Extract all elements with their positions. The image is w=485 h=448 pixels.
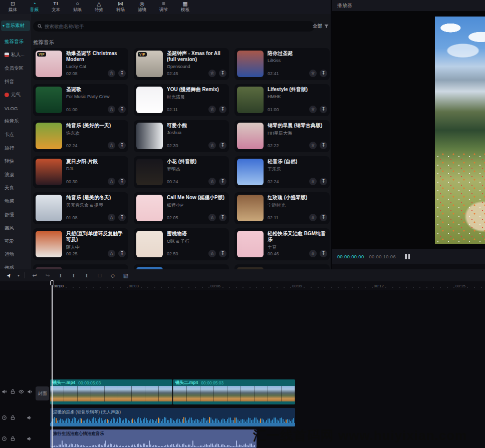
sidebar-category[interactable]: 国风 — [0, 221, 31, 235]
favorite-button[interactable]: ☆ — [208, 106, 216, 113]
music-audio-clip[interactable]: 温暖的温柔 (轻音乐钢琴) (无人声版) — [50, 408, 295, 426]
sidebar-category[interactable]: 纯音乐 — [0, 115, 31, 129]
audio-track-icon[interactable] — [1, 435, 7, 441]
sidebar-item-music-material[interactable]: ▾ 音乐素材 — [1, 21, 30, 31]
sidebar-category[interactable]: 舒缓 — [0, 208, 31, 222]
pause-button[interactable] — [405, 254, 410, 259]
favorite-button[interactable]: ☆ — [108, 250, 115, 257]
split-icon[interactable]: I — [54, 272, 67, 278]
toolbar-tab-audio[interactable]: ◔ 音频 — [24, 0, 45, 14]
freeze-frame-icon[interactable]: □ — [93, 272, 106, 278]
lock-icon[interactable] — [10, 388, 16, 394]
favorite-button[interactable]: ☆ — [208, 70, 216, 77]
favorite-button[interactable]: ☆ — [108, 178, 115, 185]
download-button[interactable]: ↧ — [219, 106, 226, 113]
favorite-button[interactable]: ☆ — [108, 70, 115, 77]
sidebar-category[interactable]: 动感 — [0, 195, 31, 208]
favorite-button[interactable]: ☆ — [208, 142, 216, 149]
speaker-icon[interactable] — [26, 435, 32, 441]
music-card[interactable]: VIP YOU (慢摇舞曲 Remix) 时光清晨 02:11 ☆ ↧ — [134, 84, 229, 116]
favorite-button[interactable]: ☆ — [208, 178, 216, 185]
voiceover-audio-clip[interactable]: 旅行生活治愈心情治愈音乐 — [50, 429, 257, 448]
sidebar-category[interactable]: 运动 — [0, 248, 31, 262]
sidebar-category[interactable]: 美食 — [0, 182, 31, 195]
dropdown-caret-icon[interactable]: ▾ — [16, 273, 22, 278]
music-card[interactable]: VIP 钢琴的早晨 (钢琴古典版) HH星辰大海 02:22 ☆ ↧ — [234, 120, 330, 152]
sidebar-category[interactable]: 可爱 — [0, 235, 31, 248]
toolbar-tab-transition[interactable]: ⋈ 转场 — [110, 0, 131, 14]
favorite-button[interactable]: ☆ — [108, 214, 115, 221]
mosaic-icon[interactable]: ▧ — [119, 272, 132, 279]
sidebar-category[interactable]: 推荐音乐 — [0, 35, 31, 49]
sidebar-category[interactable]: 浪漫 — [0, 168, 31, 182]
music-card[interactable]: VIP 红玫瑰 (小提琴版) 宁静时光 02:11 ☆ ↧ — [234, 192, 330, 224]
music-card[interactable]: VIP 陪你过圣诞 LilKiss 02:41 ☆ ↧ — [234, 48, 330, 80]
music-card[interactable]: VIP ☆ ↧ — [134, 264, 229, 269]
favorite-button[interactable]: ☆ — [309, 214, 317, 221]
sidebar-category[interactable]: 抖音 — [0, 75, 31, 89]
toolbar-tab-sticker[interactable]: ○ 贴纸 — [67, 0, 88, 14]
music-card[interactable]: VIP 圣诞歌 For Music Party Crew 01:00 ☆ ↧ — [33, 84, 128, 116]
download-button[interactable]: ↧ — [118, 70, 126, 77]
delete-right-icon[interactable]: I — [80, 272, 93, 278]
sidebar-category[interactable]: 轻快 — [0, 155, 31, 168]
download-button[interactable]: ↧ — [219, 178, 226, 185]
favorite-button[interactable]: ☆ — [309, 142, 317, 149]
download-button[interactable]: ↧ — [118, 106, 126, 113]
download-button[interactable]: ↧ — [118, 214, 126, 221]
delete-left-icon[interactable]: I — [67, 272, 80, 278]
download-button[interactable]: ↧ — [320, 70, 327, 77]
lock-icon[interactable] — [10, 414, 16, 420]
download-button[interactable]: ↧ — [219, 214, 226, 221]
mute-icon[interactable] — [1, 388, 7, 394]
video-preview-area[interactable] — [332, 11, 485, 249]
sidebar-category[interactable]: 卡点 — [0, 128, 31, 142]
favorite-button[interactable]: ☆ — [108, 142, 115, 149]
timeline-ruler[interactable]: 00:0000:0300:0600:0900:1200:15 — [0, 281, 485, 290]
music-card[interactable]: VIP 只想(直到单循环反复触手可及) 陌人中 00:25 ☆ ↧ — [33, 228, 128, 260]
lock-icon[interactable] — [10, 435, 16, 441]
search-input[interactable] — [45, 24, 285, 29]
music-card[interactable]: VIP 圣诞钟声 - Xmas for All (full version) O… — [134, 48, 229, 80]
redo-icon[interactable]: ↪ — [41, 272, 54, 279]
music-card[interactable]: VIP 纯音乐 (最美的冬天) 贝壳音乐盒 & 提琴 01:08 ☆ ↧ — [33, 192, 128, 224]
sidebar-category[interactable]: 会员专区 — [0, 62, 31, 75]
favorite-button[interactable]: ☆ — [309, 106, 317, 113]
favorite-button[interactable]: ☆ — [108, 106, 115, 113]
download-button[interactable]: ↧ — [118, 250, 126, 257]
favorite-button[interactable]: ☆ — [309, 70, 317, 77]
music-card[interactable]: VIP 纯音乐 (美好的一天) 许东欢 02:24 ☆ ↧ — [33, 120, 128, 152]
cover-button[interactable]: 封面 — [36, 386, 49, 400]
sidebar-category[interactable]: 旅行 — [0, 142, 31, 155]
toolbar-tab-effects[interactable]: △ 特效 — [88, 0, 110, 14]
sidebar-category[interactable]: 伤感 — [0, 261, 31, 269]
music-card[interactable]: VIP 蜜桃物语 O咪 & 子行 02:50 ☆ ↧ — [134, 228, 229, 260]
video-clip-2[interactable]: 镜头二.mp4 00:00:05:03 — [173, 379, 295, 404]
download-button[interactable]: ↧ — [320, 106, 327, 113]
select-tool-icon[interactable]: ➤ — [3, 268, 16, 283]
music-card[interactable]: VIP 劲爆圣诞节 Christmas Modern Lucky Cat 02:… — [33, 48, 128, 80]
toolbar-tab-media[interactable]: ⊡ 媒体 — [2, 0, 24, 14]
download-button[interactable]: ↧ — [320, 214, 327, 221]
favorite-button[interactable]: ☆ — [309, 178, 317, 185]
speaker-icon[interactable] — [26, 414, 32, 420]
toolbar-tab-text[interactable]: TI 文本 — [45, 0, 67, 14]
download-button[interactable]: ↧ — [320, 142, 327, 149]
music-card[interactable]: VIP 轻音乐 (自然) 王乐乐 02:24 ☆ ↧ — [234, 156, 330, 188]
video-clip-1[interactable]: 镜头一.mp4 00:00:05:03 — [50, 379, 172, 404]
favorite-button[interactable]: ☆ — [208, 250, 216, 257]
download-button[interactable]: ↧ — [118, 178, 126, 185]
music-card[interactable]: VIP ☆ ↧ — [234, 264, 330, 269]
eye-icon[interactable] — [18, 388, 24, 394]
music-card[interactable]: VIP 小花 (抖音版) 罗明杰 00:24 ☆ ↧ — [134, 156, 229, 188]
toolbar-tab-filter[interactable]: ◎ 滤镜 — [131, 0, 153, 14]
download-button[interactable]: ↧ — [118, 142, 126, 149]
music-card[interactable]: VIP Call Me Now (狐狸小P版) 狐狸小P 02:05 ☆ ↧ — [134, 192, 229, 224]
favorite-button[interactable]: ☆ — [208, 214, 216, 221]
download-button[interactable]: ↧ — [320, 250, 327, 257]
audio-track-icon[interactable] — [1, 414, 7, 420]
download-button[interactable]: ↧ — [219, 70, 226, 77]
download-button[interactable]: ↧ — [320, 178, 327, 185]
undo-icon[interactable]: ↩ — [28, 272, 41, 279]
favorite-button[interactable]: ☆ — [309, 250, 317, 257]
